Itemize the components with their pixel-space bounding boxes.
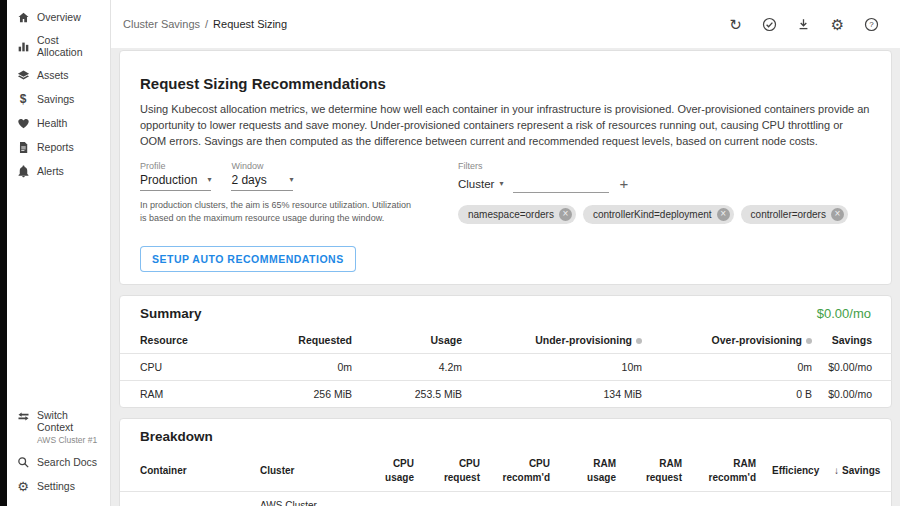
breakdown-header-row: Container Cluster CPU usage CPU request …	[120, 450, 892, 492]
page-description: Using Kubecost allocation metrics, we de…	[140, 102, 871, 150]
column-header-ram-recommended[interactable]: RAM recomm'd	[690, 450, 764, 492]
settings-label: Settings	[37, 480, 75, 492]
current-context-label: AWS Cluster #1	[37, 435, 101, 445]
layers-icon	[16, 68, 30, 82]
chevron-down-icon: ▾	[499, 179, 503, 188]
breadcrumb-separator: /	[205, 18, 208, 30]
breakdown-card: Breakdown Container Cluster CPU usage CP…	[119, 418, 892, 506]
gear-icon[interactable]: ⚙	[829, 16, 846, 33]
cell-under-provisioning: 10m	[470, 354, 650, 381]
sidebar-item-label: Savings	[37, 93, 74, 105]
chevron-down-icon: ▾	[289, 175, 293, 184]
cell-usage: 253.5 MiB	[360, 381, 470, 408]
settings-button[interactable]: ⚙ Settings	[7, 474, 110, 498]
search-docs-label: Search Docs	[37, 456, 97, 468]
gear-icon: ⚙	[16, 479, 30, 493]
cell-under-provisioning: 134 MiB	[470, 381, 650, 408]
sidebar-item-alerts[interactable]: Alerts	[7, 159, 110, 183]
column-header-cpu-request[interactable]: CPU request	[422, 450, 488, 492]
cell-resource: RAM	[120, 381, 260, 408]
cell-savings: $0.00/mo	[820, 354, 892, 381]
column-header-container[interactable]: Container	[120, 450, 252, 492]
filters-panel: Filters Cluster ▾ + namespace=orders	[458, 161, 848, 234]
remove-filter-icon[interactable]: ×	[559, 208, 572, 221]
cell-usage: 4.2m	[360, 354, 470, 381]
cell-over-provisioning: 0m	[650, 354, 820, 381]
breakdown-title: Breakdown	[140, 429, 213, 444]
filter-chip: controller=orders ×	[741, 205, 848, 224]
summary-card: Summary $0.00/mo Resource Requested Usag…	[119, 295, 892, 408]
refresh-icon[interactable]: ↻	[727, 16, 744, 33]
summary-row-cpu: CPU 0m 4.2m 10m 0m $0.00/mo	[120, 354, 892, 381]
window-value: 2 days	[231, 173, 266, 187]
column-header-ram-request[interactable]: RAM request	[624, 450, 690, 492]
column-header-savings-sorted[interactable]: ↓Savings	[826, 450, 892, 492]
sidebar-bottom: Switch Context AWS Cluster #1 Search Doc…	[7, 404, 110, 498]
cell-ram-request: 256 MiB	[624, 492, 690, 506]
check-circle-icon[interactable]	[761, 16, 778, 33]
column-header-ram-usage[interactable]: RAM usage	[558, 450, 624, 492]
column-header-efficiency[interactable]: Efficiency	[764, 450, 826, 492]
help-icon[interactable]: ?	[863, 16, 880, 33]
cell-ram-recommended: 390 MiB	[690, 492, 764, 506]
filters-label: Filters	[458, 161, 848, 171]
filter-value-input[interactable]	[513, 174, 609, 193]
svg-text:?: ?	[869, 20, 874, 29]
breakdown-row[interactable]: orders/orders/orders AWS Cluster #1/clus…	[120, 492, 892, 506]
cell-requested: 256 MiB	[260, 381, 360, 408]
column-header-cluster[interactable]: Cluster	[252, 450, 364, 492]
profile-label: Profile	[140, 161, 211, 171]
sidebar-item-reports[interactable]: Reports	[7, 135, 110, 159]
column-header-cpu-recommended[interactable]: CPU recomm'd	[488, 450, 558, 492]
request-sizing-card: Request Sizing Recommendations Using Kub…	[119, 50, 892, 285]
sidebar: Overview Cost Allocation Assets $ Saving…	[7, 0, 111, 506]
filter-chip-label: namespace=orders	[468, 209, 554, 220]
column-header-over-provisioning: Over-provisioning	[650, 327, 820, 354]
page-content: Request Sizing Recommendations Using Kub…	[111, 48, 900, 506]
remove-filter-icon[interactable]: ×	[717, 208, 730, 221]
filter-chips: namespace=orders × controllerKind=deploy…	[458, 205, 848, 224]
topbar: Cluster Savings / Request Sizing ↻ ⚙ ?	[111, 0, 900, 48]
search-icon	[16, 455, 30, 469]
sidebar-item-savings[interactable]: $ Savings	[7, 87, 110, 111]
setup-auto-recommendations-button[interactable]: SETUP AUTO RECOMMENDATIONS	[140, 246, 356, 272]
column-header-requested: Requested	[260, 327, 360, 354]
cell-cpu-request: 0m	[422, 492, 488, 506]
filter-chip-label: controller=orders	[751, 209, 826, 220]
sort-descending-icon: ↓	[834, 465, 839, 476]
add-filter-icon[interactable]: +	[619, 176, 628, 193]
info-icon[interactable]	[636, 338, 642, 344]
chevron-down-icon: ▾	[207, 175, 211, 184]
cell-ram-usage: 253.5 MiB	[558, 492, 624, 506]
info-icon[interactable]	[806, 338, 812, 344]
breadcrumb-current: Request Sizing	[213, 18, 287, 30]
sidebar-item-health[interactable]: Health	[7, 111, 110, 135]
main-area: Cluster Savings / Request Sizing ↻ ⚙ ? R…	[111, 0, 900, 506]
summary-row-ram: RAM 256 MiB 253.5 MiB 134 MiB 0 B $0.00/…	[120, 381, 892, 408]
sidebar-item-overview[interactable]: Overview	[7, 5, 110, 29]
controls-row: Profile Production ▾ Window 2 days	[140, 161, 871, 234]
profile-helper-text: In production clusters, the aim is 65% r…	[140, 199, 418, 225]
switch-context-button[interactable]: Switch Context AWS Cluster #1	[7, 404, 110, 450]
sidebar-item-cost-allocation[interactable]: Cost Allocation	[7, 29, 110, 63]
summary-table: Resource Requested Usage Under-provision…	[120, 327, 892, 407]
download-icon[interactable]	[795, 16, 812, 33]
search-docs-button[interactable]: Search Docs	[7, 450, 110, 474]
remove-filter-icon[interactable]: ×	[831, 208, 844, 221]
filter-type-select[interactable]: Cluster ▾	[458, 176, 503, 193]
sidebar-item-label: Alerts	[37, 165, 64, 177]
cell-efficiency: 85.9%	[764, 492, 826, 506]
column-header-savings: Savings	[820, 327, 892, 354]
profile-field: Profile Production ▾	[140, 161, 211, 191]
cell-cpu-usage: 4.2m	[364, 492, 422, 506]
breadcrumb: Cluster Savings / Request Sizing	[123, 18, 287, 30]
cell-container: orders/orders/orders	[120, 492, 252, 506]
column-header-cpu-usage[interactable]: CPU usage	[364, 450, 422, 492]
profile-select[interactable]: Production ▾	[140, 171, 211, 191]
breadcrumb-parent[interactable]: Cluster Savings	[123, 18, 200, 30]
summary-header-row: Resource Requested Usage Under-provision…	[120, 327, 892, 354]
column-header-usage: Usage	[360, 327, 470, 354]
window-select[interactable]: 2 days ▾	[231, 171, 293, 191]
sidebar-item-assets[interactable]: Assets	[7, 63, 110, 87]
profile-window-controls: Profile Production ▾ Window 2 days	[140, 161, 440, 234]
